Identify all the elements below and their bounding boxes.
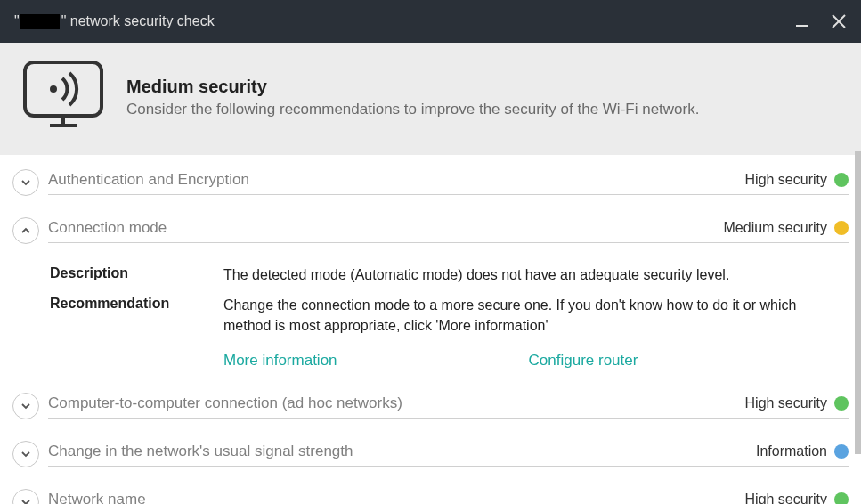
description-text: The detected mode (Automatic mode) does … xyxy=(223,265,756,285)
section-title: Authentication and Encryption xyxy=(48,171,745,189)
expand-button[interactable] xyxy=(12,393,39,419)
section-header[interactable]: Authentication and Encryption High secur… xyxy=(12,166,849,201)
status-label: Information xyxy=(756,443,827,459)
chevron-up-icon xyxy=(20,225,31,236)
collapse-button[interactable] xyxy=(12,217,39,244)
status-dot-icon xyxy=(834,444,849,459)
window-title: "" network security check xyxy=(14,13,795,29)
status-label: High security xyxy=(745,172,827,188)
section-signal-strength: Change in the network's usual signal str… xyxy=(12,437,849,473)
section-connection-mode: Connection mode Medium security Descript… xyxy=(12,214,849,377)
header-panel: Medium security Consider the following r… xyxy=(0,43,861,155)
scrollbar[interactable] xyxy=(854,151,861,499)
recommendation-label: Recommendation xyxy=(50,296,223,336)
section-title: Connection mode xyxy=(48,219,724,237)
section-header[interactable]: Change in the network's usual signal str… xyxy=(12,437,849,473)
status-dot-icon xyxy=(834,492,849,504)
status-dot-icon xyxy=(834,173,849,187)
chevron-down-icon xyxy=(20,497,31,504)
section-title: Change in the network's usual signal str… xyxy=(48,443,756,460)
description-label: Description xyxy=(50,265,223,285)
status-label: High security xyxy=(745,395,827,411)
chevron-down-icon xyxy=(20,177,31,188)
expand-button[interactable] xyxy=(12,169,39,196)
chevron-down-icon xyxy=(20,401,31,411)
svg-point-6 xyxy=(50,85,57,93)
svg-rect-3 xyxy=(25,62,102,116)
section-adhoc: Computer-to-computer connection (ad hoc … xyxy=(12,389,849,425)
titlebar: "" network security check xyxy=(0,0,861,43)
window-controls xyxy=(795,13,847,29)
header-text: Medium security Consider the following r… xyxy=(126,77,699,118)
recommendation-row: Recommendation Change the connection mod… xyxy=(50,296,849,336)
chevron-down-icon xyxy=(20,449,31,459)
expand-button[interactable] xyxy=(12,441,39,467)
network-name-redacted xyxy=(20,14,60,29)
status-label: High security xyxy=(745,492,827,504)
header-title: Medium security xyxy=(126,77,699,97)
minimize-icon xyxy=(795,14,809,28)
action-links: More information Configure router xyxy=(50,352,849,370)
title-text: " network security check xyxy=(61,13,215,28)
status-dot-icon xyxy=(834,221,849,235)
status-label: Medium security xyxy=(724,220,827,236)
more-information-link[interactable]: More information xyxy=(223,352,337,370)
section-title: Network name xyxy=(48,491,745,504)
close-button[interactable] xyxy=(831,13,847,29)
section-header[interactable]: Connection mode Medium security xyxy=(12,214,849,249)
section-body: Description The detected mode (Automatic… xyxy=(12,249,849,377)
configure-router-link[interactable]: Configure router xyxy=(529,352,638,370)
scrollbar-thumb[interactable] xyxy=(855,151,861,454)
description-row: Description The detected mode (Automatic… xyxy=(50,265,849,285)
status-dot-icon xyxy=(834,396,849,411)
close-icon xyxy=(831,13,847,29)
content-area: Authentication and Encryption High secur… xyxy=(0,155,861,504)
minimize-button[interactable] xyxy=(795,14,809,28)
expand-button[interactable] xyxy=(12,489,39,504)
section-header[interactable]: Computer-to-computer connection (ad hoc … xyxy=(12,389,849,425)
monitor-wifi-icon xyxy=(20,59,107,135)
header-subtitle: Consider the following recommendations t… xyxy=(126,101,699,118)
recommendation-text: Change the connection mode to a more sec… xyxy=(223,296,849,336)
section-title: Computer-to-computer connection (ad hoc … xyxy=(48,394,745,412)
section-network-name: Network name High security xyxy=(12,485,849,504)
section-header[interactable]: Network name High security xyxy=(12,485,849,504)
section-authentication: Authentication and Encryption High secur… xyxy=(12,166,849,201)
